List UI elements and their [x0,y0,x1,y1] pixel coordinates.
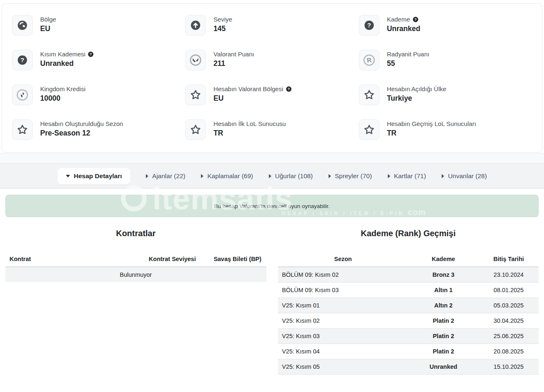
tab-label: Spreyler (70) [335,172,372,180]
star-icon [185,119,206,140]
stat-value: EU [213,94,291,103]
rank-history-section: Kademe (Rank) Geçmişi Sezon Kademe Bitiş… [278,228,539,375]
stat-value: EU [40,24,56,33]
stat-label: Hesabın Valorant Bölgesi [213,85,283,92]
stat-level: Seviye 145 [185,15,358,36]
stat-value: 55 [387,59,430,68]
tier-cell: Platin 2 [408,344,479,359]
tier-cell: Bronz 3 [408,267,479,283]
table-row: V25: Kısım 01 Altın 2 05.03.2025 [278,298,539,313]
season-cell: V25: Kısım 01 [278,298,409,313]
stat-valorant-region: Hesabın Valorant Bölgesi EU [185,85,358,105]
caret-right-icon [329,174,331,178]
tab-label: Ajanlar (22) [152,172,185,180]
stat-value: 145 [213,24,232,33]
stat-value: Unranked [387,24,421,33]
tier-cell: Altın 2 [408,298,479,313]
empty-cell: Bulunmuyor [5,267,266,282]
alert-message: Bu hesap Valorant'ta dereceli oyun oynay… [214,203,330,209]
valorant-icon [185,50,206,70]
stat-value: Turkiye [387,94,446,103]
stat-past-lol-servers: Hesabın Geçmiş LoL Sunucuları TR [359,119,532,140]
rank-history-table: Sezon Kademe Bitiş Tarihi BÖLÜM 09: Kısı… [278,252,539,375]
stat-label: Hesabın Oluşturulduğu Sezon [40,120,123,127]
stat-first-lol-server: Hesabın İlk LoL Sunucusu TR [185,119,358,140]
table-row: V25: Kısım 05 Unranked 15.10.2025 [278,359,539,375]
stat-label: Seviye [213,16,232,23]
caret-right-icon [269,174,271,178]
tab-agents[interactable]: Ajanlar (22) [146,172,185,180]
tab-label: Hesap Detayları [74,172,122,180]
tab-label: Uğurlar (108) [275,172,313,180]
season-cell: V25: Kısım 03 [278,329,409,344]
season-cell: BÖLÜM 09: Kısım 02 [278,267,409,283]
date-cell: 08.01.2025 [479,283,539,298]
question-icon [12,50,33,70]
stat-kingdom-credits: Kingdom Kredisi 10000 [12,85,185,105]
contracts-title: Kontratlar [5,229,266,238]
stat-label: Hesabın Açıldığı Ülke [387,85,446,92]
season-cell: V25: Kısım 02 [278,313,409,329]
season-cell: V25: Kısım 04 [278,344,409,359]
stat-label: Hesabın Geçmiş LoL Sunucuları [387,120,476,127]
tab-sprays[interactable]: Spreyler (70) [329,172,372,180]
stat-rank: Kademe Unranked [359,15,532,36]
caret-right-icon [201,174,203,178]
tab-label: Kartlar (71) [394,172,426,180]
globe-icon [12,15,33,36]
stat-region: Bölge EU [12,15,185,36]
stat-value: 10000 [40,94,85,103]
star-icon [185,85,206,105]
table-row-empty: Bulunmuyor [5,267,266,282]
table-row: BÖLÜM 09: Kısım 03 Altın 1 08.01.2025 [278,283,539,298]
tier-cell: Altın 1 [408,283,479,298]
tab-account-details[interactable]: Hesap Detayları [58,168,130,184]
star-icon [12,119,33,140]
level-up-icon [185,15,206,36]
column-header: Bitiş Tarihi [479,252,539,267]
date-cell: 15.10.2025 [479,359,539,375]
help-icon[interactable] [413,17,418,22]
stat-account-country: Hesabın Açıldığı Ülke Turkiye [359,85,532,105]
help-icon[interactable] [88,51,94,57]
stat-created-season: Hesabın Oluşturulduğu Sezon Pre-Season 1… [12,119,185,140]
stat-label: Kısım Kademesi [40,51,85,58]
help-icon[interactable] [286,86,292,92]
season-cell: BÖLÜM 09: Kısım 03 [278,283,409,298]
tab-cards[interactable]: Kartlar (71) [388,172,426,180]
column-header: Kademe [408,252,479,267]
stat-episode-rank: Kısım Kademesi Unranked [12,50,185,70]
stat-value: TR [387,129,476,138]
caret-right-icon [388,174,390,178]
stat-label: Kademe [387,16,410,23]
column-header: Kontrat Seviyesi [136,252,209,267]
table-row: V25: Kısım 02 Platin 2 30.04.2025 [278,313,539,329]
contracts-table: Kontrat Kontrat Seviyesi Savaş Bileti (B… [5,252,266,282]
caret-right-icon [442,174,444,178]
table-row: BÖLÜM 09: Kısım 02 Bronz 3 23.10.2024 [278,267,539,283]
table-row: V25: Kısım 04 Platin 2 20.08.2025 [278,344,539,359]
star-icon [359,85,380,105]
stat-label: Kingdom Kredisi [40,85,85,92]
stat-label: Valorant Puanı [213,51,254,58]
date-cell: 20.08.2025 [479,344,539,359]
tab-bar: Hesap Detayları Ajanlar (22) Kaplamalar … [0,163,544,189]
stat-valorant-points: Valorant Puanı 211 [185,50,358,70]
contracts-section: Kontratlar Kontrat Kontrat Seviyesi Sava… [5,228,266,375]
date-cell: 25.06.2025 [479,329,539,344]
column-header: Sezon [278,252,409,267]
tab-label: Kaplamalar (69) [207,172,253,180]
date-cell: 23.10.2024 [479,267,539,283]
caret-down-icon [66,175,70,177]
tab-skins[interactable]: Kaplamalar (69) [201,172,253,180]
star-icon [359,119,380,140]
stat-value: Unranked [40,59,94,68]
stat-value: Pre-Season 12 [40,129,123,138]
radianite-icon [359,50,380,70]
column-header: Savaş Bileti (BP) [209,252,266,267]
stat-value: TR [213,129,286,138]
stat-radianite-points: Radyanit Puanı 55 [359,50,532,70]
tab-buddies[interactable]: Uğurlar (108) [269,172,313,180]
stat-label: Hesabın İlk LoL Sunucusu [213,120,286,127]
tab-titles[interactable]: Unvanlar (28) [442,172,487,180]
